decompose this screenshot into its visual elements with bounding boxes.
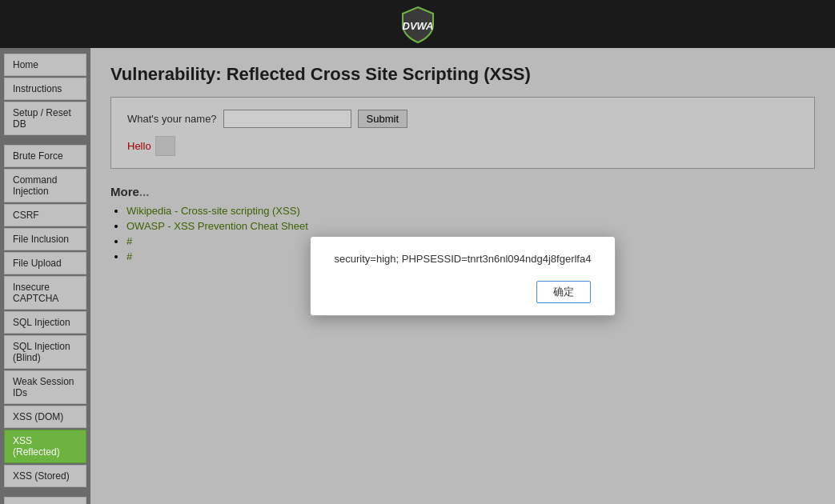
sidebar-item-file-upload[interactable]: File Upload bbox=[4, 252, 86, 274]
sidebar: Home Instructions Setup / Reset DB Brute… bbox=[0, 48, 90, 504]
dialog-footer: 确定 bbox=[335, 281, 592, 303]
sidebar-item-sql-injection-blind[interactable]: SQL Injection (Blind) bbox=[4, 335, 86, 369]
sidebar-item-brute-force[interactable]: Brute Force bbox=[4, 145, 86, 167]
sidebar-divider-1 bbox=[0, 137, 90, 143]
dialog-message: security=high; PHPSESSID=tnrt3n6nl094ndg… bbox=[335, 253, 592, 265]
sidebar-item-home[interactable]: Home bbox=[4, 54, 86, 76]
sidebar-item-file-inclusion[interactable]: File Inclusion bbox=[4, 228, 86, 250]
sidebar-item-weak-session-ids[interactable]: Weak Session IDs bbox=[4, 370, 86, 404]
dialog-ok-button[interactable]: 确定 bbox=[536, 281, 591, 303]
header: DVWA bbox=[0, 0, 835, 48]
dvwa-logo: DVWA bbox=[398, 4, 438, 44]
dialog-overlay: security=high; PHPSESSID=tnrt3n6nl094ndg… bbox=[90, 48, 835, 504]
sidebar-item-csrf[interactable]: CSRF bbox=[4, 204, 86, 226]
dvwa-shield-icon: DVWA bbox=[398, 4, 438, 44]
main-content: Vulnerability: Reflected Cross Site Scri… bbox=[90, 48, 835, 504]
sidebar-item-xss-stored[interactable]: XSS (Stored) bbox=[4, 465, 86, 487]
sidebar-item-setup[interactable]: Setup / Reset DB bbox=[4, 102, 86, 135]
sidebar-divider-2 bbox=[0, 489, 90, 495]
svg-text:DVWA: DVWA bbox=[402, 20, 433, 32]
dialog-box: security=high; PHPSESSID=tnrt3n6nl094ndg… bbox=[310, 236, 616, 316]
sidebar-item-xss-reflected[interactable]: XSS (Reflected) bbox=[4, 430, 86, 463]
sidebar-item-xss-dom[interactable]: XSS (DOM) bbox=[4, 406, 86, 428]
layout: Home Instructions Setup / Reset DB Brute… bbox=[0, 48, 835, 504]
sidebar-item-dvwa-security[interactable]: DVWA Security bbox=[4, 497, 86, 504]
sidebar-item-sql-injection[interactable]: SQL Injection bbox=[4, 311, 86, 334]
sidebar-item-insecure-captcha[interactable]: Insecure CAPTCHA bbox=[4, 276, 86, 310]
sidebar-item-command-injection[interactable]: Command Injection bbox=[4, 169, 86, 202]
sidebar-item-instructions[interactable]: Instructions bbox=[4, 78, 86, 100]
